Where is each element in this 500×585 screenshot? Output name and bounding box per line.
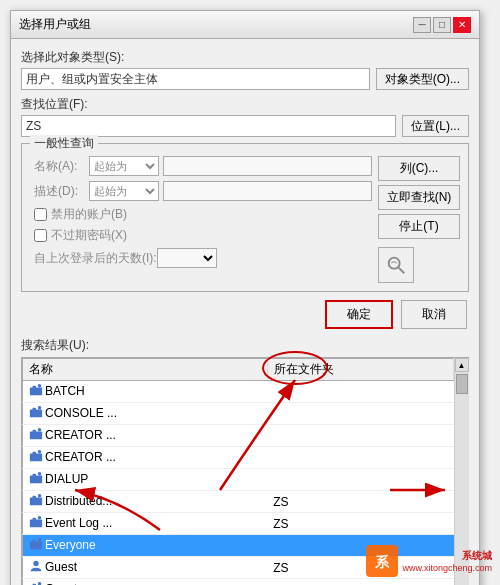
watermark-logo-icon: 系 bbox=[366, 545, 398, 577]
stop-button[interactable]: 停止(T) bbox=[378, 214, 460, 239]
table-cell-name: Everyone bbox=[23, 535, 268, 557]
watermark: 系 系统城 www.xitongcheng.com bbox=[366, 545, 492, 577]
dialog-title: 选择用户或组 bbox=[19, 16, 91, 33]
desc-input[interactable] bbox=[163, 181, 372, 201]
row-name: CONSOLE ... bbox=[45, 406, 117, 420]
close-button[interactable]: ✕ bbox=[453, 17, 471, 33]
table-row[interactable]: CONSOLE ... bbox=[23, 403, 468, 425]
section-left: 名称(A): 起始为 描述(D): 起始为 bbox=[30, 156, 372, 283]
disabled-accounts-checkbox[interactable] bbox=[34, 208, 47, 221]
location-input[interactable] bbox=[21, 115, 396, 137]
disabled-accounts-row: 禁用的账户(B) bbox=[34, 206, 372, 223]
days-row: 自上次登录后的天数(I): bbox=[34, 248, 372, 268]
desc-label: 描述(D): bbox=[34, 183, 89, 200]
cancel-button[interactable]: 取消 bbox=[401, 300, 467, 329]
svg-point-0 bbox=[389, 258, 400, 269]
row-name: Guest bbox=[45, 560, 77, 574]
table-cell-name: Guests bbox=[23, 579, 268, 586]
svg-rect-11 bbox=[30, 453, 42, 461]
svg-point-13 bbox=[38, 450, 42, 454]
location-button[interactable]: 位置(L)... bbox=[402, 115, 469, 137]
object-types-button[interactable]: 对象类型(O)... bbox=[376, 68, 469, 90]
svg-rect-18 bbox=[33, 496, 37, 499]
general-query-section: 一般性查询 名称(A): 起始为 描述(D): bbox=[21, 143, 469, 292]
svg-rect-23 bbox=[30, 541, 42, 549]
table-row[interactable]: Event Log ...ZS bbox=[23, 513, 468, 535]
row-icon bbox=[29, 537, 43, 554]
maximize-button[interactable]: □ bbox=[433, 17, 451, 33]
table-row[interactable]: BATCH bbox=[23, 381, 468, 403]
desc-row: 描述(D): 起始为 bbox=[34, 181, 372, 201]
name-input[interactable] bbox=[163, 156, 372, 176]
svg-rect-3 bbox=[33, 386, 37, 389]
nonexpiry-label: 不过期密码(X) bbox=[51, 227, 127, 244]
results-label: 搜索结果(U): bbox=[21, 337, 469, 354]
svg-rect-14 bbox=[30, 475, 42, 483]
row-icon bbox=[29, 515, 43, 532]
object-types-input[interactable] bbox=[21, 68, 370, 90]
desc-select[interactable]: 起始为 bbox=[89, 181, 159, 201]
row-name: BATCH bbox=[45, 384, 85, 398]
section-right-buttons: 列(C)... 立即查找(N) 停止(T) bbox=[378, 156, 460, 283]
table-row[interactable]: DIALUP bbox=[23, 469, 468, 491]
svg-point-7 bbox=[38, 406, 42, 410]
action-buttons-row: 确定 取消 bbox=[21, 300, 469, 329]
scroll-up-arrow[interactable]: ▲ bbox=[455, 358, 469, 372]
watermark-site: 系统城 bbox=[462, 549, 492, 563]
svg-point-25 bbox=[38, 538, 42, 542]
section-legend: 一般性查询 bbox=[30, 135, 98, 152]
svg-rect-17 bbox=[30, 497, 42, 505]
row-icon bbox=[29, 449, 43, 466]
table-cell-folder bbox=[267, 469, 453, 491]
title-bar-buttons: ─ □ ✕ bbox=[413, 17, 471, 33]
location-row: 查找位置(F): 位置(L)... bbox=[21, 96, 469, 137]
scroll-thumb[interactable] bbox=[456, 374, 468, 394]
table-row[interactable]: CREATOR ... bbox=[23, 447, 468, 469]
search-icon-button[interactable] bbox=[378, 247, 414, 283]
table-row[interactable]: GuestsZS bbox=[23, 579, 468, 586]
nonexpiry-checkbox[interactable] bbox=[34, 229, 47, 242]
name-row: 名称(A): 起始为 bbox=[34, 156, 372, 176]
dialog-content: 选择此对象类型(S): 对象类型(O)... 查找位置(F): 位置(L)...… bbox=[11, 39, 479, 585]
confirm-button[interactable]: 确定 bbox=[325, 300, 393, 329]
find-now-button[interactable]: 立即查找(N) bbox=[378, 185, 460, 210]
svg-rect-20 bbox=[30, 519, 42, 527]
row-icon bbox=[29, 383, 43, 400]
name-label: 名称(A): bbox=[34, 158, 89, 175]
svg-rect-5 bbox=[30, 409, 42, 417]
col-folder-header: 所在文件夹 bbox=[267, 359, 453, 381]
row-name: DIALUP bbox=[45, 472, 88, 486]
svg-line-1 bbox=[399, 268, 405, 274]
table-cell-name: Event Log ... bbox=[23, 513, 268, 535]
row-name: Distributed... bbox=[45, 494, 112, 508]
title-bar: 选择用户或组 ─ □ ✕ bbox=[11, 11, 479, 39]
nonexpiry-row: 不过期密码(X) bbox=[34, 227, 372, 244]
svg-rect-9 bbox=[33, 430, 37, 433]
svg-rect-21 bbox=[33, 518, 37, 521]
col-name-header: 名称 bbox=[23, 359, 268, 381]
svg-rect-24 bbox=[33, 540, 37, 543]
table-cell-name: DIALUP bbox=[23, 469, 268, 491]
svg-text:系: 系 bbox=[375, 554, 390, 570]
svg-point-10 bbox=[38, 428, 42, 432]
svg-point-22 bbox=[38, 516, 42, 520]
object-types-row: 选择此对象类型(S): 对象类型(O)... bbox=[21, 49, 469, 90]
row-icon bbox=[29, 405, 43, 422]
table-cell-folder bbox=[267, 381, 453, 403]
disabled-accounts-label: 禁用的账户(B) bbox=[51, 206, 127, 223]
table-cell-folder bbox=[267, 425, 453, 447]
select-user-dialog: 选择用户或组 ─ □ ✕ 选择此对象类型(S): 对象类型(O)... 查找位置… bbox=[10, 10, 480, 585]
days-label: 自上次登录后的天数(I): bbox=[34, 250, 157, 267]
table-row[interactable]: Distributed...ZS bbox=[23, 491, 468, 513]
table-cell-name: CREATOR ... bbox=[23, 447, 268, 469]
col-button[interactable]: 列(C)... bbox=[378, 156, 460, 181]
name-select[interactable]: 起始为 bbox=[89, 156, 159, 176]
row-name: Everyone bbox=[45, 538, 96, 552]
location-label: 查找位置(F): bbox=[21, 96, 469, 113]
row-name: CREATOR ... bbox=[45, 428, 116, 442]
days-select[interactable] bbox=[157, 248, 217, 268]
minimize-button[interactable]: ─ bbox=[413, 17, 431, 33]
svg-rect-6 bbox=[33, 408, 37, 411]
row-icon bbox=[29, 471, 43, 488]
table-row[interactable]: CREATOR ... bbox=[23, 425, 468, 447]
